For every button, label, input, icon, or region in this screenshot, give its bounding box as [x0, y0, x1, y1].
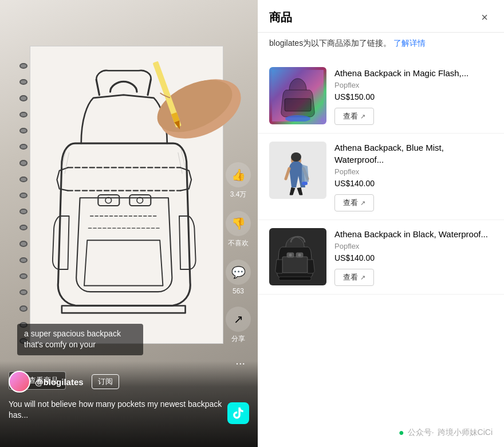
spiral-coil [19, 79, 27, 85]
learn-more-link[interactable]: 了解详情 [393, 38, 426, 48]
product-info-2: Athena Backpack, Blue Mist, Waterproof..… [334, 142, 493, 211]
product-name-2: Athena Backpack, Blue Mist, Waterproof..… [334, 142, 493, 166]
wechat-watermark: ● 公众号· 跨境小师妹CiCi [399, 428, 493, 438]
dislike-icon: 👎 [226, 211, 251, 236]
view-button-1[interactable]: 查看 ↗ [334, 108, 374, 125]
product-image-2 [272, 144, 324, 196]
svg-line-0 [96, 80, 99, 95]
dislike-button[interactable]: 👎 不喜欢 [226, 211, 251, 248]
svg-rect-20 [285, 99, 311, 111]
user-avatar [9, 371, 30, 393]
wechat-icon: ● [399, 428, 404, 438]
tiktok-logo-button[interactable] [227, 402, 249, 424]
product-list: Athena Backpack in Magic Flash,... Popfl… [258, 54, 504, 447]
comment-icon: 💬 [226, 260, 251, 285]
share-icon: ↗ [226, 307, 251, 332]
svg-point-31 [289, 254, 292, 257]
spiral-coil [19, 63, 27, 69]
view-label-3: 查看 [343, 272, 358, 283]
spiral-coil [19, 112, 27, 117]
right-actions: 👍 3.4万 👎 不喜欢 💬 563 ↗ 分享 [226, 162, 251, 344]
view-button-2[interactable]: 查看 ↗ [334, 194, 374, 211]
product-brand-1: Popflex [334, 81, 493, 89]
dislike-label: 不喜欢 [228, 238, 249, 248]
product-image-1 [272, 70, 324, 121]
spiral-coil [19, 241, 27, 246]
panel-header: 商品 × [258, 0, 504, 33]
comment-button[interactable]: 💬 563 [226, 260, 251, 295]
hand-pencil-svg [132, 57, 246, 160]
product-thumbnail-3 [269, 228, 326, 285]
svg-point-26 [291, 152, 301, 162]
product-image-3 [272, 231, 324, 283]
spiral-coil [19, 305, 27, 311]
like-count: 3.4万 [230, 190, 247, 199]
like-button[interactable]: 👍 3.4万 [226, 162, 251, 199]
product-info-3: Athena Backpack in Black, Waterproof... … [334, 228, 493, 286]
product-panel: 商品 × blogilates为以下商品添加了链接。 了解详情 [258, 0, 504, 447]
spiral-coil [19, 128, 27, 134]
video-description: You will not believe how many pockets my… [9, 399, 223, 421]
description-text: You will not believe how many pockets my… [9, 399, 222, 420]
product-item-3: Athena Backpack in Black, Waterproof... … [258, 220, 504, 295]
svg-rect-25 [302, 182, 308, 185]
spiral-coil [19, 273, 27, 279]
svg-line-11 [65, 152, 69, 174]
spiral-binding [17, 46, 30, 344]
spiral-coil [19, 289, 27, 295]
external-link-icon-3: ↗ [360, 274, 365, 281]
product-brand-3: Popflex [334, 242, 493, 250]
watermark-prefix: 公众号· [408, 428, 434, 438]
spiral-coil [19, 144, 27, 150]
product-price-2: US$140.00 [334, 179, 493, 188]
svg-rect-28 [282, 257, 308, 273]
caption-text: a super spacious backpack that's comfy o… [24, 329, 121, 350]
product-item-1: Athena Backpack in Magic Flash,... Popfl… [258, 59, 504, 134]
watermark-brand: 跨境小师妹CiCi [438, 428, 493, 438]
tiktok-icon [231, 406, 245, 420]
hand-pencil-area [132, 57, 246, 160]
close-button[interactable]: × [477, 9, 493, 25]
spiral-coil [19, 193, 27, 198]
share-button[interactable]: ↗ 分享 [226, 307, 251, 344]
product-thumbnail-1 [269, 67, 326, 124]
user-info-row: @blogilates 订阅 [9, 371, 119, 393]
product-brand-2: Popflex [334, 167, 493, 176]
product-price-3: US$140.00 [334, 253, 493, 262]
svg-rect-3 [129, 195, 151, 206]
video-panel: a super spacious backpack that's comfy o… [0, 0, 258, 447]
external-link-icon-1: ↗ [360, 113, 365, 120]
panel-subtitle: blogilates为以下商品添加了链接。 了解详情 [258, 33, 504, 54]
subscribe-button[interactable]: 订阅 [92, 374, 119, 389]
panel-title: 商品 [269, 10, 292, 25]
spiral-coil [19, 209, 27, 214]
product-name-3: Athena Backpack in Black, Waterproof... [334, 228, 493, 240]
svg-point-32 [298, 254, 301, 257]
spiral-coil [19, 177, 27, 182]
product-item-2: Athena Backpack, Blue Mist, Waterproof..… [258, 134, 504, 220]
external-link-icon-2: ↗ [360, 199, 365, 207]
share-label: 分享 [231, 334, 245, 344]
product-thumbnail-2 [269, 142, 326, 199]
video-caption: a super spacious backpack that's comfy o… [17, 324, 143, 355]
spiral-coil [19, 257, 27, 263]
product-price-1: US$150.00 [334, 92, 493, 101]
like-icon: 👍 [226, 162, 251, 187]
more-options-button[interactable]: ··· [235, 356, 245, 370]
svg-rect-33 [279, 277, 311, 280]
svg-rect-2 [98, 195, 119, 206]
view-button-3[interactable]: 查看 ↗ [334, 269, 374, 286]
username-label: @blogilates [35, 377, 84, 387]
view-label-1: 查看 [343, 111, 358, 121]
view-label-2: 查看 [343, 198, 358, 208]
product-name-1: Athena Backpack in Magic Flash,... [334, 67, 493, 79]
spiral-coil [19, 160, 27, 166]
product-info-1: Athena Backpack in Magic Flash,... Popfl… [334, 67, 493, 125]
spiral-coil [19, 95, 27, 101]
subtitle-text: blogilates为以下商品添加了链接。 [269, 38, 391, 48]
comment-count: 563 [233, 287, 244, 295]
spiral-coil [19, 225, 27, 230]
